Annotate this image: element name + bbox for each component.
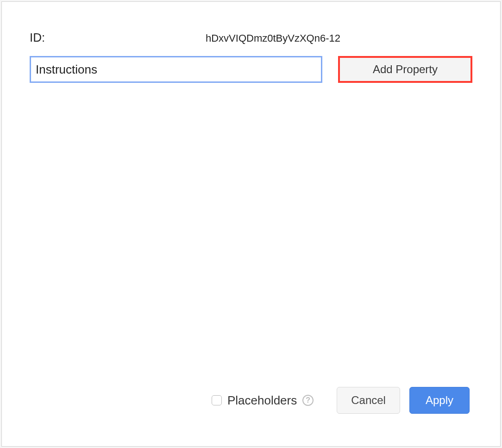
id-value: hDxvVIQDmz0tByVzXQn6-12 (206, 32, 340, 44)
help-icon[interactable]: ? (302, 395, 314, 406)
placeholders-label: Placeholders (227, 393, 297, 408)
property-dialog: ID: hDxvVIQDmz0tByVzXQn6-12 Add Property… (1, 1, 501, 447)
property-name-input[interactable] (30, 56, 322, 83)
add-property-button[interactable]: Add Property (338, 56, 472, 83)
placeholders-group: Placeholders ? (212, 393, 314, 408)
dialog-footer: Placeholders ? Cancel Apply (30, 387, 472, 428)
content-spacer (30, 83, 472, 387)
entry-row: Add Property (30, 56, 472, 83)
id-row: ID: hDxvVIQDmz0tByVzXQn6-12 (30, 31, 472, 45)
apply-button[interactable]: Apply (409, 387, 470, 414)
cancel-button[interactable]: Cancel (337, 387, 400, 414)
id-label: ID: (30, 31, 206, 45)
placeholders-checkbox[interactable] (212, 395, 222, 405)
